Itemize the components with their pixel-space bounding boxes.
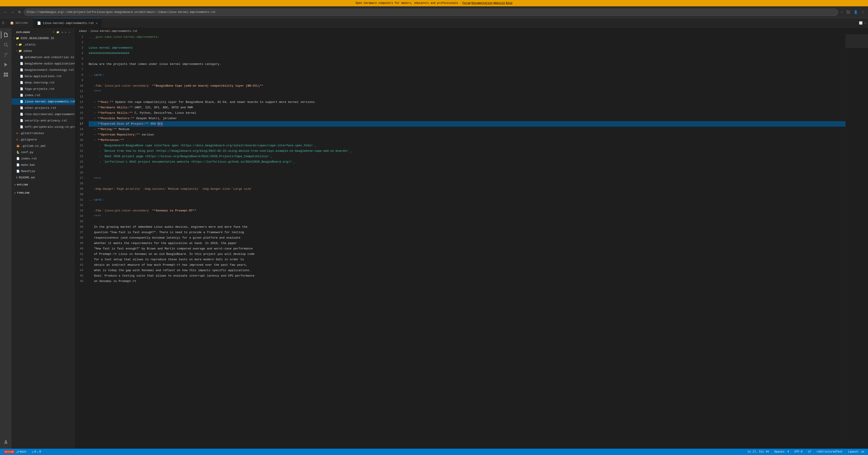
code-line-36[interactable]: In the growing market of embedded Linux … xyxy=(89,224,845,230)
banner-link-website[interactable]: Website xyxy=(494,2,505,5)
code-line-11[interactable]: ^^^^ xyxy=(89,89,845,94)
code-line-40[interactable]: "How fast is fast enough?" by Brown and … xyxy=(89,246,845,251)
code-line-15[interactable]: - **Software Skills:** C, Python, Device… xyxy=(89,110,845,116)
code-line-16[interactable]: - **Possible Mentors:** Deepak Khatri, j… xyxy=(89,116,845,121)
tree-item-gitattributes[interactable]: ⚙ .gitattributes xyxy=(12,130,75,136)
tree-item-conf-py[interactable]: 🐍 conf.py xyxy=(12,149,75,155)
tree-item-beaglebone-audio[interactable]: 📄 beaglebone-audio-applications.rst xyxy=(12,60,75,67)
tree-item-beagleconnect[interactable]: 📄 beagleconnect-technology.rst xyxy=(12,67,75,73)
tab-linux-kernel[interactable]: 📄 linux-kernel-improvements.rst ✕ xyxy=(33,18,101,28)
code-line-33[interactable]: :fab:`linux;pst-color-secondary` **Xenom… xyxy=(89,208,845,213)
status-git[interactable]: GitLab ⎇ main xyxy=(3,449,27,455)
activity-search[interactable] xyxy=(1,40,11,50)
timeline-header[interactable]: ▶ TIMELINE xyxy=(12,190,75,196)
account-icon[interactable]: 👤 xyxy=(853,9,859,15)
code-editor[interactable]: 1234567891011121314151617181920212223242… xyxy=(75,34,868,449)
code-line-2[interactable] xyxy=(89,40,845,45)
status-layout[interactable]: Layout: us xyxy=(847,449,865,455)
code-line-9[interactable] xyxy=(89,78,845,83)
code-line-45[interactable]: Goal: Produce a testing suite that allow… xyxy=(89,273,845,279)
status-line-ending[interactable]: LF xyxy=(807,449,812,455)
address-bar[interactable]: https://openbeagle.org/-/ide/project/lor… xyxy=(24,8,838,16)
code-line-18[interactable]: - **Rating:** Medium xyxy=(89,127,845,132)
code-content[interactable]: .. _gsoc-idea-linux-kernel-improvements:… xyxy=(87,34,845,449)
banner-link-forum[interactable]: Forum xyxy=(463,2,471,5)
refresh-icon[interactable]: ↻ xyxy=(62,31,63,34)
tree-root[interactable]: ▾ 📁 GSOC.BEAGLEBOARD.IO xyxy=(12,35,75,41)
code-line-31[interactable]: .. card:: xyxy=(89,197,845,203)
code-line-26[interactable] xyxy=(89,170,845,176)
star-icon[interactable]: ☆ xyxy=(840,9,844,15)
activity-files[interactable] xyxy=(1,30,11,40)
code-line-1[interactable]: .. _gsoc-idea-linux-kernel-improvements: xyxy=(89,34,845,40)
forward-button[interactable]: → xyxy=(10,9,16,15)
status-errors[interactable]: ✕ 0 ⚠ 0 xyxy=(31,449,42,455)
code-line-39[interactable]: whether it meets the requirements for th… xyxy=(89,241,845,246)
code-line-14[interactable]: - **Hardware Skills:** UART, I2C, SPI, A… xyxy=(89,105,845,110)
tree-item-fpga[interactable]: 📄 fpga-projects.rst xyxy=(12,86,75,92)
hamburger-menu[interactable]: ☰ xyxy=(0,18,6,28)
menu-icon[interactable]: ⋮ xyxy=(860,9,865,15)
code-line-29[interactable]: :bdg-danger:`High priority` :bdg-success… xyxy=(89,186,845,192)
tree-item-index-rst[interactable]: 📄 index.rst xyxy=(12,155,75,162)
banner-link-documentation[interactable]: Documentation xyxy=(471,2,493,5)
code-line-43[interactable]: obtain an indirect measure of how much P… xyxy=(89,262,845,268)
status-spaces[interactable]: Spaces: 4 xyxy=(773,449,790,455)
status-position[interactable]: Ln 17, Col 44 xyxy=(747,449,770,455)
new-folder-icon[interactable]: 📁 xyxy=(56,31,60,34)
tree-item-rtos[interactable]: 📄 rtos-microkernel-improvements.rst xyxy=(12,111,75,117)
code-line-27[interactable]: ++++ xyxy=(89,176,845,181)
tree-item-gitlab-ci[interactable]: 🦊 .gitlab-ci.yml xyxy=(12,143,75,149)
code-line-32[interactable] xyxy=(89,203,845,208)
code-line-24[interactable]: - `lorforlinux's GSoC project documentat… xyxy=(89,159,845,164)
split-editor-icon[interactable]: ⬜ xyxy=(859,21,863,25)
code-line-17[interactable]: - **Expected Size of Project:** 350 hrs xyxy=(89,121,845,127)
reload-button[interactable]: ↻ xyxy=(17,9,22,15)
tree-item-make-bat[interactable]: 📄 make.bat xyxy=(12,162,75,168)
back-button[interactable]: ← xyxy=(3,9,8,15)
code-line-44[interactable]: what is today the gap with Xenomai and r… xyxy=(89,268,845,273)
outline-header[interactable]: ▶ OUTLINE xyxy=(12,182,75,188)
code-line-34[interactable]: ^^^^ xyxy=(89,213,845,219)
code-line-23[interactable]: - `GSoC 2020 project page <https://elinu… xyxy=(89,154,845,159)
extensions-icon[interactable]: ⬛ xyxy=(845,9,851,15)
code-line-21[interactable]: - `Beagleboard:BeagleBone cape interface… xyxy=(89,143,845,148)
activity-extensions[interactable] xyxy=(1,70,11,80)
collapse-icon[interactable]: ⇤ xyxy=(65,31,67,34)
banner-link-blog[interactable]: Blog xyxy=(506,2,513,5)
code-line-25[interactable] xyxy=(89,164,845,170)
code-line-7[interactable] xyxy=(89,67,845,72)
code-line-10[interactable]: :fab:`linux;pst-color-secondary` **Beagl… xyxy=(89,83,845,89)
tree-item-automation[interactable]: 📄 automation-and-industrial-io.rst xyxy=(12,54,75,60)
breadcrumb-file[interactable]: linux-kernel-improvements.rst xyxy=(90,30,137,33)
breadcrumb-ideas[interactable]: ideas xyxy=(79,30,87,33)
more-actions-icon[interactable]: ⋯ xyxy=(864,21,866,25)
code-line-46[interactable]: on Xenomai vs Preempt-rt xyxy=(89,279,845,284)
tree-item-makefile[interactable]: 📄 Makefile xyxy=(12,168,75,174)
tree-item-security[interactable]: 📄 security-and-privacy.rst xyxy=(12,117,75,124)
more-icon[interactable]: ⋯ xyxy=(68,31,70,34)
tree-item-bela[interactable]: 📄 bela-applications.rst xyxy=(12,73,75,80)
tree-item-ideas[interactable]: ▾ 📁 ideas xyxy=(12,48,75,54)
code-line-20[interactable]: - **References:** xyxy=(89,138,845,143)
code-line-5[interactable] xyxy=(89,56,845,62)
code-line-37[interactable]: question "how fast is fast enough?". The… xyxy=(89,230,845,235)
tree-item-static[interactable]: ▶ 📁 _static xyxy=(12,41,75,48)
code-line-28[interactable] xyxy=(89,181,845,186)
tree-item-soft-peripherals[interactable]: 📄 soft-peripherals-using-co-processors.r… xyxy=(12,124,75,130)
code-line-12[interactable] xyxy=(89,94,845,99)
code-line-38[interactable]: responsiveness (and consequently minimum… xyxy=(89,235,845,241)
code-line-30[interactable] xyxy=(89,192,845,197)
code-line-6[interactable]: Below are the projects that comes under … xyxy=(89,62,845,67)
activity-run[interactable] xyxy=(1,60,11,70)
status-language[interactable]: reStructuredText xyxy=(816,449,844,455)
code-line-41[interactable]: of Preempt-rt Linux vs Xenomai on an old… xyxy=(89,251,845,257)
code-line-19[interactable]: - **Upstream Repository:** various xyxy=(89,132,845,138)
new-file-icon[interactable]: + xyxy=(53,31,55,34)
code-line-13[interactable]: - **Goal:** Update the cape compatibilit… xyxy=(89,99,845,105)
tree-item-ideas-index[interactable]: 📄 index.rst xyxy=(12,92,75,98)
tree-item-gitignore[interactable]: ⚙ .gitignore xyxy=(12,136,75,143)
activity-account[interactable] xyxy=(1,437,11,447)
tab-welcome[interactable]: 🏠 Welcome xyxy=(6,18,33,28)
code-line-4[interactable]: ####################### xyxy=(89,51,845,56)
